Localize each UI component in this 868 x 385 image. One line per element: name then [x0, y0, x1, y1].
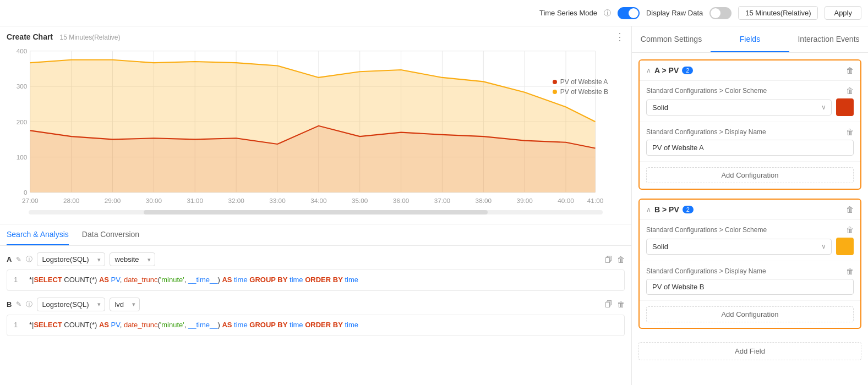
left-panel: Create Chart 15 Minutes(Relative) ⋮ 400 …	[0, 26, 631, 385]
time-range-button[interactable]: 15 Minutes(Relative)	[738, 6, 818, 20]
legend-label-b: PV of Website B	[560, 88, 608, 96]
apply-button[interactable]: Apply	[825, 6, 861, 20]
copy-btn-b[interactable]: 🗍	[605, 300, 613, 309]
main-area: Create Chart 15 Minutes(Relative) ⋮ 400 …	[0, 26, 868, 385]
config-color-delete-b[interactable]: 🗑	[846, 226, 854, 234]
svg-text:39:00: 39:00	[516, 197, 533, 204]
config-color-label-b: Standard Configurations > Color Scheme 🗑	[646, 226, 854, 234]
field-section-header-b: ∧ B > PV 2 🗑	[640, 200, 860, 220]
svg-text:37:00: 37:00	[434, 197, 451, 204]
code-block-b[interactable]: 1 *|SELECT COUNT(*) AS PV, date_trunc('m…	[7, 315, 625, 336]
query-actions-a: 🗍 🗑	[605, 255, 625, 264]
color-swatch-b[interactable]	[836, 238, 854, 255]
store-type-wrapper-b[interactable]: Logstore(SQL)	[37, 298, 105, 311]
field-badge-b: 2	[683, 206, 694, 213]
field-name-b: B > PV	[654, 205, 679, 214]
add-field-button[interactable]: Add Field	[638, 342, 861, 360]
query-block-a: A ✎ ⓘ Logstore(SQL) website	[7, 252, 625, 291]
right-panel: Common Settings Fields Interaction Event…	[631, 26, 868, 385]
tab-fields[interactable]: Fields	[711, 26, 789, 52]
field-section-b: ∧ B > PV 2 🗑 Standard Configurations > C…	[638, 199, 861, 329]
config-color-delete-a[interactable]: 🗑	[846, 86, 854, 95]
config-color-text-b: Standard Configurations > Color Scheme	[646, 226, 767, 234]
queries-area: A ✎ ⓘ Logstore(SQL) website	[0, 246, 631, 385]
help-icon-a[interactable]: ⓘ	[26, 255, 32, 264]
add-config-btn-a[interactable]: Add Configuration	[646, 167, 854, 183]
svg-text:400: 400	[17, 47, 28, 54]
config-color-label-a: Standard Configurations > Color Scheme 🗑	[646, 86, 854, 95]
store-type-select-a[interactable]: Logstore(SQL)	[37, 252, 105, 266]
tab-data-conversion[interactable]: Data Conversion	[82, 224, 139, 245]
svg-text:41:00: 41:00	[587, 197, 604, 204]
chart-svg: 400 300 200 100 0	[7, 45, 625, 210]
help-icon-b[interactable]: ⓘ	[26, 300, 32, 309]
svg-text:200: 200	[17, 118, 28, 125]
config-name-text-b: Standard Configurations > Display Name	[646, 267, 766, 275]
config-color-scheme-b: Standard Configurations > Color Scheme 🗑…	[640, 220, 860, 261]
code-line-a: 1 *|SELECT COUNT(*) AS PV, date_trunc('m…	[14, 274, 618, 286]
config-color-select-b[interactable]: Solid	[646, 239, 832, 255]
config-name-label-b: Standard Configurations > Display Name 🗑	[646, 267, 854, 276]
field-delete-btn-b[interactable]: 🗑	[846, 205, 854, 214]
config-display-name-a: Standard Configurations > Display Name 🗑	[640, 122, 860, 162]
store-type-wrapper-a[interactable]: Logstore(SQL)	[37, 252, 105, 266]
store-name-select-b[interactable]: lvd	[110, 298, 140, 311]
delete-btn-a[interactable]: 🗑	[617, 255, 625, 264]
display-name-input-a[interactable]	[646, 140, 854, 156]
config-select-wrapper-color-a: Solid	[646, 100, 832, 116]
store-name-wrapper-b[interactable]: lvd	[110, 298, 140, 311]
query-block-b: B ✎ ⓘ Logstore(SQL) lvd	[7, 298, 625, 336]
config-color-input-row-a: Solid	[646, 98, 854, 116]
svg-text:33:00: 33:00	[269, 197, 286, 204]
svg-text:300: 300	[17, 82, 28, 90]
query-label-b: B	[7, 300, 12, 309]
edit-icon-b[interactable]: ✎	[16, 300, 21, 308]
legend-dot-b	[553, 90, 557, 94]
field-delete-btn-a[interactable]: 🗑	[846, 66, 854, 75]
legend-item-a: PV of Website A	[553, 78, 608, 86]
display-raw-toggle[interactable]	[709, 7, 731, 19]
svg-text:27:00: 27:00	[22, 197, 39, 204]
query-label-a: A	[7, 255, 12, 263]
display-name-input-b[interactable]	[646, 279, 854, 295]
chart-menu-icon[interactable]: ⋮	[615, 31, 625, 43]
collapse-btn-b[interactable]: ∧	[646, 206, 651, 213]
config-select-wrapper-color-b: Solid	[646, 239, 832, 255]
svg-text:35:00: 35:00	[352, 197, 368, 204]
tab-common-settings[interactable]: Common Settings	[632, 26, 711, 52]
config-name-delete-b[interactable]: 🗑	[846, 267, 854, 276]
legend-item-b: PV of Website B	[553, 88, 608, 96]
svg-text:36:00: 36:00	[393, 197, 410, 204]
field-section-a: ∧ A > PV 2 🗑 Standard Configurations > C…	[638, 59, 861, 190]
svg-text:0: 0	[24, 189, 28, 196]
color-swatch-a[interactable]	[836, 98, 854, 116]
help-icon: ⓘ	[604, 8, 611, 18]
config-color-select-a[interactable]: Solid	[646, 100, 832, 116]
chart-area: Create Chart 15 Minutes(Relative) ⋮ 400 …	[0, 26, 631, 224]
store-name-wrapper-a[interactable]: website	[110, 252, 155, 266]
store-name-select-a[interactable]: website	[110, 252, 155, 266]
top-bar: Time Series Mode ⓘ Display Raw Data 15 M…	[0, 0, 868, 26]
field-section-header-a: ∧ A > PV 2 🗑	[640, 61, 860, 81]
svg-text:30:00: 30:00	[146, 197, 162, 204]
field-badge-a: 2	[682, 67, 693, 74]
code-block-a[interactable]: 1 *|SELECT COUNT(*) AS PV, date_trunc('m…	[7, 270, 625, 291]
delete-btn-b[interactable]: 🗑	[617, 300, 625, 309]
query-header-b: B ✎ ⓘ Logstore(SQL) lvd	[7, 298, 625, 311]
edit-icon-a[interactable]: ✎	[16, 256, 21, 263]
chart-header: Create Chart 15 Minutes(Relative) ⋮	[7, 31, 625, 43]
time-series-toggle[interactable]	[618, 7, 640, 19]
svg-text:100: 100	[17, 153, 28, 161]
svg-text:32:00: 32:00	[228, 197, 244, 204]
svg-text:38:00: 38:00	[476, 197, 492, 204]
copy-btn-a[interactable]: 🗍	[605, 255, 613, 264]
store-type-select-b[interactable]: Logstore(SQL)	[37, 298, 105, 311]
config-name-delete-a[interactable]: 🗑	[846, 128, 854, 136]
tab-interaction-events[interactable]: Interaction Events	[789, 26, 868, 52]
query-header-a: A ✎ ⓘ Logstore(SQL) website	[7, 252, 625, 266]
display-raw-label: Display Raw Data	[646, 9, 703, 17]
legend-label-a: PV of Website A	[560, 78, 608, 86]
tab-search-analysis[interactable]: Search & Analysis	[7, 224, 69, 245]
collapse-btn-a[interactable]: ∧	[646, 67, 651, 74]
add-config-btn-b[interactable]: Add Configuration	[646, 306, 854, 322]
